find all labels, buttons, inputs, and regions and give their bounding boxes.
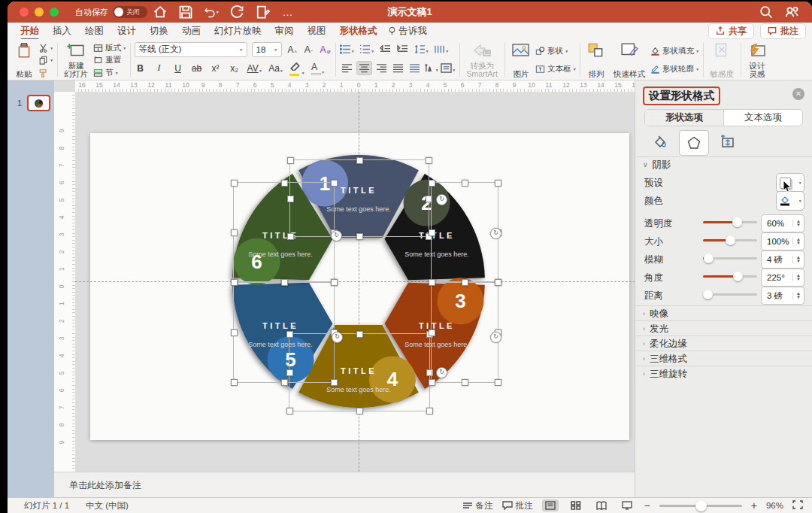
section-button[interactable]: 节▾ [93, 67, 126, 78]
arrange-button[interactable]: 排列 [584, 41, 608, 79]
layout-button[interactable]: 版式▾ [93, 42, 126, 53]
italic-button[interactable]: I [153, 62, 165, 74]
font-size-select[interactable]: 18▾ [252, 42, 282, 57]
close-pane-icon[interactable]: ✕ [792, 88, 804, 100]
zoom-window-button[interactable] [50, 8, 59, 17]
角度-slider[interactable] [703, 275, 757, 278]
tab-text-options[interactable]: 文本选项 [724, 110, 802, 126]
reset-button[interactable]: 重置 [93, 55, 126, 66]
clear-formatting-button[interactable]: A⌀ [320, 44, 332, 55]
zoom-in-button[interactable]: + [751, 499, 757, 511]
numbering-button[interactable]: ▾ [359, 44, 374, 54]
text-direction-button[interactable]: ▾ [424, 63, 439, 73]
line-spacing-button[interactable]: ▾ [414, 44, 429, 54]
close-window-button[interactable] [20, 8, 29, 17]
rotate-handle[interactable]: ↻ [490, 332, 501, 343]
shadow-color-dropdown[interactable]: ▾ [776, 191, 804, 211]
superscript-button[interactable]: x² [210, 63, 222, 74]
角度-spinbox[interactable]: 225° ▲▼ [761, 269, 804, 287]
align-left-button[interactable] [340, 62, 354, 74]
columns-button[interactable]: ▾ [434, 44, 449, 54]
rotate-handle[interactable]: ↻ [490, 228, 501, 239]
透明度-slider[interactable] [703, 221, 757, 223]
sensitivity-button[interactable]: 敏感度 [707, 41, 738, 79]
undo-icon[interactable]: ▾ [204, 5, 219, 20]
align-right-button[interactable] [374, 62, 389, 74]
slider-knob[interactable] [704, 253, 714, 263]
quick-styles-button[interactable]: 快速样式 [611, 41, 648, 79]
subscript-button[interactable]: x₂ [229, 63, 241, 74]
slide-thumbnail-panel[interactable]: 1 [8, 80, 54, 498]
align-text-button[interactable]: ▾ [441, 63, 456, 73]
minimize-window-button[interactable] [35, 8, 44, 17]
fill-line-icon-tab[interactable] [646, 130, 674, 154]
grow-font-button[interactable]: A^ [286, 44, 298, 55]
textbox-button[interactable]: 文本框▾ [535, 64, 576, 75]
home-icon[interactable] [153, 5, 168, 20]
shapes-button[interactable]: 形状▾ [535, 46, 576, 57]
bold-button[interactable]: B [135, 63, 147, 74]
距离-slider[interactable] [703, 293, 757, 296]
picture-button[interactable]: 图片 [509, 41, 533, 79]
大小-spinbox[interactable]: 100% ▲▼ [761, 232, 804, 250]
distribute-button[interactable] [408, 62, 422, 74]
new-slide-button[interactable]: 新建幻灯片 [62, 41, 92, 79]
shadow-section-header[interactable]: ∨阴影 [635, 156, 812, 172]
comments-toggle-button[interactable]: 批注 [502, 500, 533, 511]
notes-area[interactable]: 单击此处添加备注 [54, 472, 643, 498]
font-color-button[interactable]: A▾ [311, 62, 325, 75]
距离-spinbox[interactable]: 3 磅 ▲▼ [761, 287, 804, 305]
rotate-handle[interactable]: ↻ [332, 332, 343, 343]
spin-arrows[interactable]: ▲▼ [792, 292, 804, 299]
save-icon[interactable] [178, 5, 193, 20]
decrease-indent-button[interactable] [380, 44, 392, 54]
slider-knob[interactable] [732, 217, 742, 227]
透明度-spinbox[interactable]: 60% ▲▼ [761, 214, 804, 232]
spin-arrows[interactable]: ▲▼ [792, 256, 804, 263]
notes-toggle-button[interactable]: 备注 [462, 500, 493, 511]
font-name-select[interactable]: 等线 (正文)▾ [135, 42, 247, 57]
tab-slideshow[interactable]: 幻灯片放映 [208, 23, 268, 39]
share-button[interactable]: 共享 [708, 23, 754, 39]
align-center-button[interactable] [356, 61, 372, 75]
模糊-spinbox[interactable]: 4 磅 ▲▼ [761, 250, 804, 269]
reading-view-button[interactable] [593, 499, 610, 511]
slide-thumbnail[interactable] [27, 95, 50, 111]
collapsed-section[interactable]: ›柔化边缘 [635, 335, 812, 351]
tab-home[interactable]: 开始 [14, 23, 46, 39]
slide-sorter-view-button[interactable] [568, 499, 584, 511]
tab-insert[interactable]: 插入 [46, 23, 78, 39]
language-indicator[interactable]: 中文 (中国) [86, 500, 129, 511]
rotate-handle[interactable]: ↻ [436, 194, 447, 205]
design-ideas-button[interactable]: 设计灵感 [745, 41, 769, 79]
copy-button[interactable]: ▾ [38, 55, 53, 66]
shape-outline-button[interactable]: 形状轮廓▾ [650, 64, 699, 75]
collapsed-section[interactable]: ›映像 [635, 305, 812, 321]
bullets-button[interactable]: ▾ [340, 44, 355, 54]
tab-design[interactable]: 设计 [111, 23, 143, 39]
spin-arrows[interactable]: ▲▼ [792, 220, 804, 227]
strikethrough-button[interactable]: ab [191, 63, 203, 74]
tab-review[interactable]: 审阅 [268, 23, 301, 39]
format-painter-button[interactable] [38, 67, 53, 78]
shrink-font-button[interactable]: Aˇ [303, 44, 315, 55]
collapsed-section[interactable]: ›三维格式 [635, 351, 812, 366]
tab-view[interactable]: 视图 [301, 23, 333, 39]
increase-indent-button[interactable] [397, 44, 409, 54]
tab-animations[interactable]: 动画 [175, 23, 208, 39]
zoom-slider-knob[interactable] [695, 500, 707, 511]
search-icon[interactable] [759, 5, 774, 20]
tab-draw[interactable]: 绘图 [78, 23, 111, 39]
大小-slider[interactable] [703, 239, 757, 241]
redo-icon[interactable] [229, 5, 244, 20]
print-preview-icon[interactable] [255, 5, 270, 20]
zoom-out-button[interactable]: − [644, 499, 650, 511]
justify-button[interactable] [391, 62, 405, 74]
convert-to-smartart-button[interactable]: 转换为SmartArt [464, 41, 501, 79]
slider-knob[interactable] [726, 235, 735, 245]
rotate-handle[interactable]: ↻ [436, 367, 447, 378]
more-commands-icon[interactable]: … [280, 5, 295, 20]
slideshow-view-button[interactable] [619, 499, 635, 511]
underline-button[interactable]: U [172, 63, 184, 74]
share-session-icon[interactable] [784, 5, 799, 20]
